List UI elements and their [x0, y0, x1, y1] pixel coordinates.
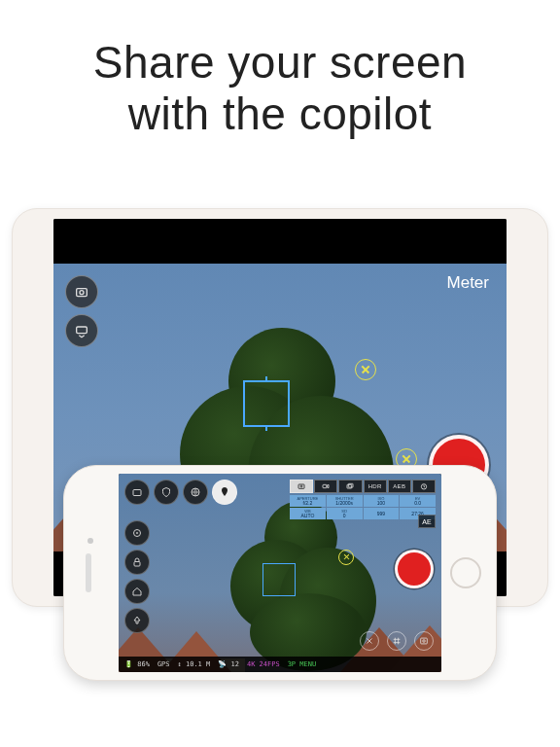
info-sd: SD0 [327, 508, 363, 519]
telemetry-status-bar: 🔋 86% GPS ↕ 10.1 M 📡 12 4K 24FPS 3P MENU [119, 657, 441, 672]
phone-front-camera [88, 538, 93, 544]
record-button[interactable] [395, 550, 434, 588]
svg-point-6 [136, 532, 138, 534]
shield-icon [160, 486, 172, 498]
svg-rect-3 [133, 490, 141, 496]
up-icon [131, 615, 143, 626]
camera-down-icon [74, 323, 89, 338]
svg-rect-10 [323, 484, 327, 487]
status-gps: GPS [158, 660, 170, 668]
mode-interval[interactable] [412, 480, 436, 493]
scene-tree [226, 501, 371, 657]
tablet-letterbox [53, 219, 507, 264]
takeoff-button[interactable] [124, 608, 150, 633]
svg-rect-11 [347, 484, 352, 488]
waypoint-button[interactable] [212, 480, 237, 505]
focus-target[interactable] [262, 563, 296, 596]
globe-icon [190, 486, 201, 498]
focus-target[interactable] [243, 380, 290, 427]
info-iso: ISO100 [364, 495, 400, 507]
svg-rect-2 [77, 327, 88, 334]
burst-icon [345, 482, 355, 490]
info-ev: EV0.0 [400, 495, 436, 507]
crosshair-icon [131, 527, 143, 539]
status-video-mode: 4K 24FPS [247, 660, 280, 668]
timer-icon [419, 482, 429, 490]
pin-icon [219, 486, 230, 498]
mode-burst[interactable] [338, 480, 362, 493]
grid-icon [392, 636, 402, 646]
meter-label[interactable]: Meter [447, 273, 489, 293]
camera-info-grid: APERTUREf/2.2 SHUTTER1/2000s ISO100 EV0.… [290, 495, 436, 519]
video-icon [321, 482, 331, 490]
svg-rect-0 [77, 289, 88, 297]
svg-rect-14 [421, 638, 428, 644]
status-satellites: 📡 12 [218, 660, 239, 668]
camera-icon [131, 486, 143, 498]
svg-rect-7 [134, 562, 140, 567]
close-button[interactable] [360, 631, 379, 651]
mode-aeb[interactable]: AEB [388, 480, 411, 493]
dismiss-focus-button[interactable] [355, 359, 376, 380]
map-button[interactable] [183, 480, 208, 505]
gallery-button[interactable] [414, 631, 434, 651]
home-icon [131, 586, 143, 597]
phone-screen: HDR AEB APERTUREf/2.2 SHUTTER1/2000s ISO… [119, 474, 441, 672]
camera-swap-button[interactable] [65, 275, 98, 308]
phone-home-button[interactable] [450, 557, 481, 588]
camera-icon [74, 284, 89, 300]
svg-point-15 [423, 640, 426, 643]
mode-hdr[interactable]: HDR [364, 480, 387, 493]
marketing-headline: Share your screen with the copilot [0, 0, 560, 140]
status-battery: 🔋 86% [124, 660, 150, 668]
info-shutter: SHUTTER1/2000s [327, 495, 363, 507]
grid-button[interactable] [387, 631, 406, 651]
phone-device-frame: HDR AEB APERTUREf/2.2 SHUTTER1/2000s ISO… [63, 465, 497, 681]
status-altitude: ↕ 10.1 M [178, 660, 211, 668]
photo-icon [297, 482, 306, 490]
info-capacity: 999 [364, 508, 400, 519]
bottom-action-row [360, 631, 434, 651]
info-aperture: APERTUREf/2.2 [290, 495, 326, 507]
mode-video[interactable] [314, 480, 337, 493]
camera-mode-panel: HDR AEB APERTUREf/2.2 SHUTTER1/2000s ISO… [290, 480, 436, 519]
gimbal-button[interactable] [154, 480, 179, 505]
camera-swap-button[interactable] [124, 480, 150, 505]
x-icon [365, 636, 374, 646]
phone-speaker [86, 553, 91, 592]
gallery-icon [419, 636, 429, 646]
lock-icon [131, 556, 143, 568]
lock-button[interactable] [124, 550, 150, 575]
svg-point-1 [80, 291, 84, 295]
svg-point-9 [300, 485, 302, 487]
info-wb: WBAUTO [290, 508, 326, 519]
camera-settings-button[interactable] [65, 314, 98, 347]
headline-line-2: with the copilot [128, 89, 432, 139]
status-extra: 3P MENU [288, 660, 317, 668]
return-home-button[interactable] [124, 579, 150, 604]
svg-rect-12 [349, 483, 354, 487]
focus-mode-button[interactable] [124, 520, 150, 546]
mode-photo[interactable] [290, 480, 313, 493]
phone-camera-feed: HDR AEB APERTUREf/2.2 SHUTTER1/2000s ISO… [119, 474, 441, 672]
headline-line-1: Share your screen [93, 37, 467, 88]
ae-lock-badge[interactable]: AE [418, 515, 436, 528]
dismiss-focus-button[interactable] [338, 550, 354, 565]
